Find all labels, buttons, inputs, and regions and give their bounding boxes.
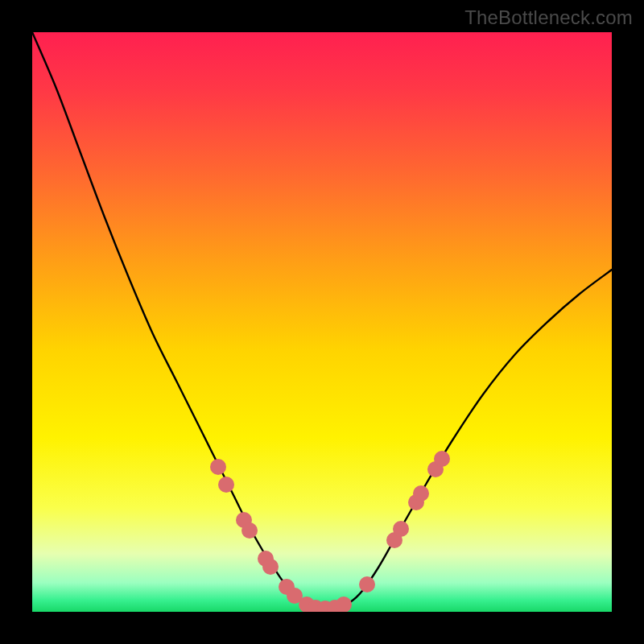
curve-marker <box>413 485 429 502</box>
curve-marker <box>210 459 226 475</box>
bottleneck-curve <box>32 32 612 609</box>
curve-marker <box>262 559 279 575</box>
plot-area <box>32 32 612 612</box>
curve-marker <box>393 521 409 537</box>
curve-marker <box>434 451 450 467</box>
curve-marker <box>336 597 352 612</box>
chart-frame: TheBottleneck.com <box>0 0 644 644</box>
curve-marker <box>218 477 234 493</box>
curve-marker <box>242 522 258 539</box>
curve-markers <box>210 451 450 612</box>
watermark-label: TheBottleneck.com <box>464 6 633 29</box>
curve-layer <box>32 32 612 612</box>
curve-marker <box>359 576 375 592</box>
